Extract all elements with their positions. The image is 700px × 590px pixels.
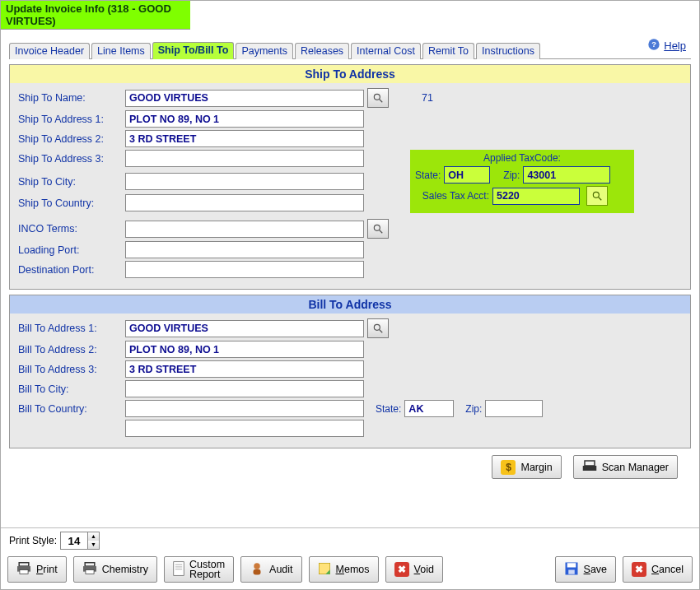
print-style-spinner[interactable]: ▲ ▼	[60, 532, 100, 550]
bill-addr1-label: Bill To Address 1:	[18, 323, 125, 334]
ship-name-input[interactable]	[125, 90, 364, 107]
ship-ref: 71	[422, 92, 433, 104]
ship-addr2-input[interactable]	[125, 130, 364, 147]
svg-point-6	[374, 225, 380, 230]
tab-invoice-header[interactable]: Invoice Header	[9, 43, 90, 59]
bill-state-input[interactable]	[404, 400, 454, 417]
search-icon	[372, 92, 384, 104]
scan-manager-label: Scan Manager	[602, 462, 669, 473]
sales-tax-acct-label: Sales Tax Acct:	[415, 190, 489, 202]
bill-city-input[interactable]	[125, 380, 364, 397]
tab-payments[interactable]: Payments	[236, 43, 293, 59]
ship-name-label: Ship To Name:	[18, 92, 125, 104]
svg-rect-17	[86, 569, 94, 574]
save-button[interactable]: Save	[555, 556, 617, 583]
bill-zip-label: Zip:	[465, 403, 482, 415]
void-button[interactable]: ✖ Void	[385, 556, 443, 583]
svg-rect-11	[585, 461, 595, 466]
svg-rect-15	[85, 562, 95, 565]
tab-instructions[interactable]: Instructions	[476, 43, 540, 59]
tab-internal-cost[interactable]: Internal Cost	[351, 43, 421, 59]
chemistry-button[interactable]: Chemistry	[73, 556, 157, 583]
help-label: Help	[664, 39, 686, 52]
bill-country-input[interactable]	[125, 400, 364, 417]
svg-point-2	[374, 94, 380, 100]
cancel-label: Cancel	[651, 564, 684, 575]
spinner-down[interactable]: ▼	[88, 541, 99, 549]
search-icon	[591, 190, 603, 202]
svg-rect-18	[174, 561, 184, 575]
void-icon: ✖	[394, 562, 409, 577]
bill-addr2-input[interactable]	[125, 341, 364, 358]
svg-rect-23	[254, 569, 261, 574]
ship-addr1-input[interactable]	[125, 110, 364, 128]
bill-addr1-input[interactable]	[125, 320, 364, 337]
inco-input[interactable]	[125, 221, 364, 238]
ship-addr3-input[interactable]	[125, 150, 364, 167]
ship-country-input[interactable]	[125, 194, 364, 211]
search-icon	[372, 223, 384, 235]
ship-addr1-label: Ship To Address 1:	[18, 114, 125, 125]
tab-ship-to-bill-to[interactable]: Ship To/Bill To	[152, 42, 235, 59]
chemistry-label: Chemistry	[102, 564, 148, 575]
person-icon	[250, 561, 264, 578]
ship-state-label: State:	[415, 170, 441, 181]
spinner-up[interactable]: ▲	[88, 532, 99, 541]
cancel-button[interactable]: ✖ Cancel	[623, 556, 693, 583]
memos-button[interactable]: Memos	[309, 556, 379, 583]
tab-remit-to[interactable]: Remit To	[422, 43, 474, 59]
svg-point-8	[374, 324, 380, 330]
printer-icon	[16, 562, 31, 578]
printer-icon	[82, 562, 97, 578]
custom-report-button[interactable]: CustomReport	[164, 556, 234, 583]
help-link[interactable]: ? Help	[647, 38, 686, 53]
bill-to-panel: Bill To Address Bill To Address 1: Bill …	[9, 295, 691, 448]
destination-port-input[interactable]	[125, 261, 364, 278]
dollar-icon: $	[501, 460, 516, 475]
bill-zip-input[interactable]	[485, 400, 543, 417]
sales-tax-acct-input[interactable]	[492, 188, 580, 205]
inco-label: INCO Terms:	[18, 223, 125, 235]
memos-label: Memos	[336, 564, 370, 575]
svg-text:?: ?	[651, 40, 656, 49]
ship-state-input[interactable]	[444, 166, 490, 184]
ship-city-input[interactable]	[125, 173, 364, 190]
print-button[interactable]: Print	[7, 556, 67, 583]
tab-releases[interactable]: Releases	[295, 43, 349, 59]
save-label: Save	[584, 564, 608, 575]
ship-to-panel: Ship To Address Ship To Name: 71 Ship To…	[9, 64, 691, 290]
ship-addr3-label: Ship To Address 3:	[18, 153, 125, 165]
loading-port-input[interactable]	[125, 241, 364, 258]
scan-manager-button[interactable]: Scan Manager	[573, 455, 678, 479]
bill-addr2-label: Bill To Address 2:	[18, 344, 125, 355]
document-icon	[173, 561, 184, 578]
svg-line-9	[380, 330, 383, 333]
bill-addr1-lookup[interactable]	[367, 318, 389, 338]
ship-country-label: Ship To Country:	[18, 197, 125, 209]
audit-button[interactable]: Audit	[240, 556, 302, 583]
cancel-icon: ✖	[632, 562, 646, 577]
ship-city-label: Ship To City:	[18, 176, 125, 188]
sales-tax-acct-lookup[interactable]	[586, 186, 608, 206]
scanner-icon	[582, 459, 597, 475]
print-style-value[interactable]	[61, 532, 87, 549]
note-icon	[318, 562, 331, 578]
bill-addr3-input[interactable]	[125, 360, 364, 378]
ship-addr2-label: Ship To Address 2:	[18, 133, 125, 145]
svg-line-5	[599, 197, 602, 201]
void-label: Void	[414, 564, 434, 575]
custom-report-label: CustomReport	[189, 560, 225, 579]
destination-port-label: Destination Port:	[18, 264, 125, 276]
loading-port-label: Loading Port:	[18, 244, 125, 256]
tab-line-items[interactable]: Line Items	[91, 43, 151, 59]
help-icon: ?	[647, 38, 660, 53]
margin-button[interactable]: $ Margin	[492, 455, 561, 479]
ship-name-lookup[interactable]	[367, 88, 389, 108]
bill-extra-input[interactable]	[125, 420, 364, 437]
audit-label: Audit	[269, 564, 293, 575]
svg-line-7	[380, 230, 383, 234]
inco-lookup[interactable]	[367, 219, 389, 239]
window-title: Update Invoice Info (318 - GOOD VIRTUES)	[1, 1, 190, 30]
svg-rect-27	[567, 563, 576, 567]
ship-zip-input[interactable]	[523, 166, 610, 184]
